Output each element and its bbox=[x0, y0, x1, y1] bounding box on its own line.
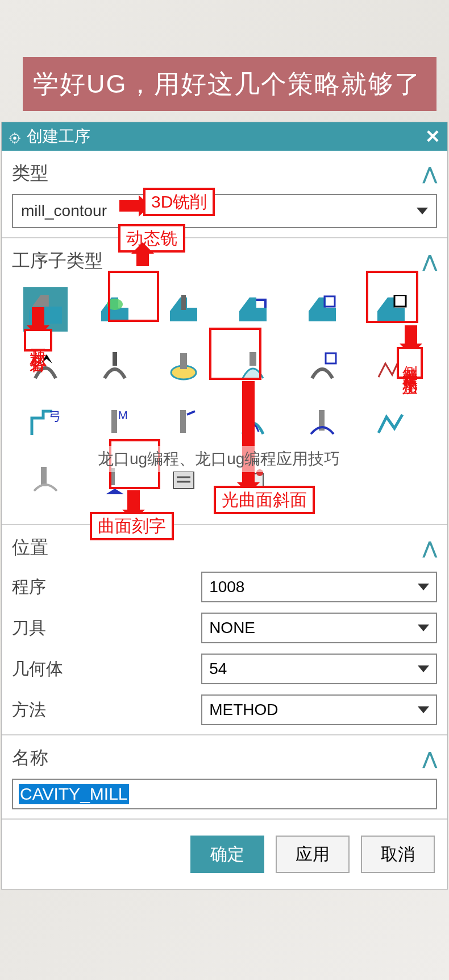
section-name: 名称 ⋀ CAVITY_MILL bbox=[2, 735, 447, 820]
svg-rect-7 bbox=[180, 353, 187, 369]
svg-text:M: M bbox=[118, 409, 128, 421]
svg-rect-9 bbox=[326, 353, 336, 363]
annotation-arrow-icon bbox=[405, 325, 417, 345]
op-contour-area-icon[interactable] bbox=[161, 344, 206, 388]
svg-rect-15 bbox=[41, 467, 47, 486]
section-location-label: 位置 bbox=[12, 535, 48, 560]
svg-rect-11 bbox=[111, 410, 117, 433]
type-dropdown[interactable]: mill_contour bbox=[12, 194, 437, 228]
svg-rect-8 bbox=[250, 352, 256, 366]
collapse-caret-icon[interactable]: ⋀ bbox=[423, 164, 437, 184]
collapse-caret-icon[interactable]: ⋀ bbox=[423, 538, 437, 558]
annotation-arrow-icon bbox=[136, 253, 149, 266]
annotation-arrow-icon bbox=[119, 200, 140, 212]
op-plunge-mill-icon[interactable] bbox=[161, 287, 206, 332]
operation-icon-grid: 弓 M bbox=[12, 282, 437, 508]
annotation-roughing-essential: 开粗必备 bbox=[24, 329, 52, 352]
annotation-sidewall: 侧壁开粗或精加工 bbox=[397, 347, 423, 379]
svg-rect-13 bbox=[180, 410, 186, 433]
op-rest-mill-icon[interactable] bbox=[300, 287, 344, 332]
name-input-value: CAVITY_MILL bbox=[19, 784, 129, 804]
op-contour-text-icon[interactable] bbox=[23, 458, 68, 502]
section-type: 类型 ⋀ mill_contour bbox=[2, 151, 447, 238]
section-type-label: 类型 bbox=[12, 161, 48, 186]
annotation-arrow-icon bbox=[32, 307, 44, 326]
program-label: 程序 bbox=[12, 576, 193, 599]
section-name-label: 名称 bbox=[12, 746, 48, 771]
svg-rect-4 bbox=[394, 295, 406, 307]
svg-marker-17 bbox=[106, 489, 124, 494]
svg-text:弓: 弓 bbox=[49, 409, 61, 423]
type-dropdown-value: mill_contour bbox=[21, 202, 107, 220]
op-streamline-icon[interactable] bbox=[300, 344, 344, 388]
annotation-3d-milling: 3D铣削 bbox=[143, 188, 215, 216]
close-icon[interactable]: ✕ bbox=[425, 126, 440, 147]
section-location: 位置 ⋀ 程序 1008 刀具 NONE 几何体 54 方法 METHOD bbox=[2, 525, 447, 735]
svg-point-0 bbox=[13, 137, 16, 140]
section-subtype-label: 工序子类型 bbox=[12, 249, 103, 274]
apply-button[interactable]: 应用 bbox=[276, 836, 350, 873]
chevron-down-icon bbox=[418, 665, 429, 672]
svg-rect-2 bbox=[181, 295, 186, 310]
svg-point-1 bbox=[107, 299, 123, 310]
tutorial-banner: 学好UG，用好这几个策略就够了 bbox=[23, 57, 436, 111]
op-profile-3d-icon[interactable] bbox=[369, 401, 413, 445]
dialog-title: 创建工序 bbox=[27, 126, 90, 147]
program-dropdown[interactable]: 1008 bbox=[201, 572, 437, 602]
svg-rect-5 bbox=[113, 352, 117, 366]
dialog-header: 创建工序 ✕ bbox=[2, 122, 447, 151]
geometry-label: 几何体 bbox=[12, 658, 193, 681]
watermark-text: 龙口ug编程、龙口ug编程应用技巧 bbox=[93, 446, 344, 472]
svg-rect-3 bbox=[325, 296, 335, 307]
geometry-value: 54 bbox=[209, 660, 227, 678]
chevron-down-icon bbox=[418, 584, 429, 590]
op-flowcut-ref-icon[interactable] bbox=[161, 401, 206, 445]
op-solid-profile-icon[interactable] bbox=[300, 401, 344, 445]
collapse-caret-icon[interactable]: ⋀ bbox=[423, 251, 437, 271]
op-fixed-contour-icon[interactable] bbox=[93, 344, 137, 388]
ok-button[interactable]: 确定 bbox=[190, 836, 264, 873]
tool-dropdown[interactable]: NONE bbox=[201, 613, 437, 643]
svg-rect-18 bbox=[173, 472, 194, 489]
method-dropdown[interactable]: METHOD bbox=[201, 694, 437, 725]
annotation-curved-surface: 光曲面斜面 bbox=[214, 486, 315, 514]
op-adaptive-mill-icon[interactable] bbox=[93, 287, 137, 332]
grid-spacer bbox=[369, 458, 426, 502]
annotation-arrow-icon bbox=[127, 490, 140, 511]
gear-icon bbox=[9, 130, 21, 143]
method-value: METHOD bbox=[209, 701, 278, 719]
dialog-button-row: 确定 应用 取消 bbox=[2, 820, 447, 889]
cancel-button[interactable]: 取消 bbox=[361, 836, 435, 873]
geometry-dropdown[interactable]: 54 bbox=[201, 654, 437, 684]
section-subtype: 工序子类型 ⋀ 弓 M bbox=[2, 238, 447, 525]
program-value: 1008 bbox=[209, 578, 244, 596]
name-input[interactable]: CAVITY_MILL bbox=[12, 779, 437, 809]
chevron-down-icon bbox=[418, 625, 429, 631]
chevron-down-icon bbox=[418, 706, 429, 713]
chevron-down-icon bbox=[417, 208, 428, 214]
tool-label: 刀具 bbox=[12, 617, 193, 640]
op-flowcut-single-icon[interactable]: 弓 bbox=[23, 401, 68, 445]
method-label: 方法 bbox=[12, 698, 193, 722]
annotation-surface-engrave: 曲面刻字 bbox=[90, 512, 174, 540]
tool-value: NONE bbox=[209, 619, 255, 637]
op-flowcut-multiple-icon[interactable]: M bbox=[93, 401, 137, 445]
op-corner-rough-icon[interactable] bbox=[231, 287, 275, 332]
collapse-caret-icon[interactable]: ⋀ bbox=[423, 749, 437, 768]
